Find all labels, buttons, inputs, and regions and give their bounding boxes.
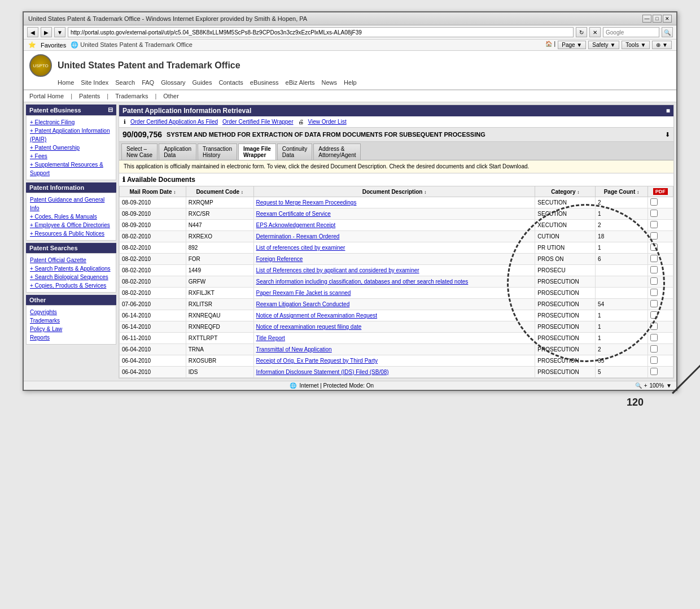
page-button[interactable]: Page ▼ [558,41,586,49]
sidebar-link-guidance[interactable]: Patent Guidance and General Info [30,195,112,212]
nav-home[interactable]: Home [58,79,74,86]
sidebar-link-fees[interactable]: + Fees [30,152,112,160]
pdf-checkbox[interactable] [650,289,658,296]
sidebar-link-copies[interactable]: + Copies, Products & Services [30,281,112,290]
tab-transaction-history[interactable]: TransactionHistory [198,143,237,160]
zoom-dropdown[interactable]: ▼ [666,382,672,389]
col-header-pages[interactable]: Page Count ↕ [596,186,648,197]
pdf-checkbox[interactable] [650,266,658,273]
address-input[interactable] [68,27,574,37]
pdf-checkbox[interactable] [650,356,658,364]
pdf-checkbox[interactable] [650,334,658,341]
sidebar-link-gazette[interactable]: Patent Official Gazette [30,256,112,264]
sidebar-link-pair[interactable]: + Patent Application Information (PAIR) [30,127,112,143]
minimize-button[interactable]: — [642,15,651,23]
cell-desc[interactable]: Notice of reexamination request filing d… [253,321,535,333]
pdf-checkbox[interactable] [650,368,658,375]
tab-address-attorney[interactable]: Address &Attorney/Agent [313,143,361,160]
cell-desc[interactable]: Copy of patent for which reexamination i… [253,378,535,379]
nav-ebiz-alerts[interactable]: eBiz Alerts [286,79,315,86]
cell-desc[interactable]: Paper Reexam File Jacket is scanned [253,288,535,299]
tools-button[interactable]: Tools ▼ [622,41,650,49]
cell-desc[interactable]: Title Report [253,333,535,344]
nav-guides[interactable]: Guides [193,79,212,86]
pdf-checkbox[interactable] [650,243,658,251]
cell-desc[interactable]: Determination - Reexam Ordered [253,231,535,242]
stop-button[interactable]: ✕ [589,27,601,37]
dropdown-button[interactable]: ▼ [54,27,65,37]
sidebar-link-trademarks[interactable]: Trademarks [30,316,112,325]
cell-desc[interactable]: Information Disclosure Statement (IDS) F… [253,367,535,378]
tab-select-new-case[interactable]: Select –New Case [121,143,158,160]
nav-news[interactable]: News [322,79,338,86]
sidebar-link-bio-seq[interactable]: + Search Biological Sequences [30,273,112,281]
tab-application-data[interactable]: ApplicationData [159,143,196,160]
view-order-list-link[interactable]: View Order List [308,119,347,125]
tab-image-file-wrapper[interactable]: Image FileWrapper [238,143,276,160]
cell-desc[interactable]: Reexam Litigation Search Conducted [253,299,535,310]
sidebar-link-resources[interactable]: + Resources & Public Notices [30,229,112,238]
pdf-checkbox[interactable] [650,221,658,228]
sidebar-link-efiling[interactable]: + Electronic Filing [30,118,112,127]
sidebar-toggle-icon[interactable]: ⊟ [108,106,113,114]
restore-button[interactable]: □ [653,15,662,23]
cell-desc[interactable]: List of references cited by examiner [253,242,535,254]
tab-continuity-data[interactable]: ContinuityData [277,143,312,160]
close-button[interactable]: ✕ [663,15,672,23]
cell-code: RXLITSR [186,299,253,310]
nav-faq[interactable]: FAQ [142,79,154,86]
search-input[interactable] [603,27,659,37]
cell-desc[interactable]: Reexam Certificate of Service [253,208,535,220]
cell-desc[interactable]: Receipt of Orig. Ex Parte Request by Thi… [253,355,535,367]
nav-glossary[interactable]: Glossary [161,79,185,86]
portal-home-link[interactable]: Portal Home [29,93,64,99]
sidebar-link-copyrights[interactable]: Copyrights [30,308,112,316]
nav-search[interactable]: Search [115,79,135,86]
cell-desc[interactable]: EPS Acknowledgement Receipt [253,220,535,231]
safety-button[interactable]: Safety ▼ [588,41,619,49]
sidebar-link-search-patents[interactable]: + Search Patents & Applications [30,264,112,273]
sidebar-link-policy[interactable]: Policy & Law [30,325,112,333]
favorites-item[interactable]: 🌐 United States Patent & Trademark Offic… [71,41,193,49]
order-certified-wrapper-link[interactable]: Order Certified File Wrapper [222,119,293,125]
col-header-code[interactable]: Document Code ↕ [186,186,253,197]
search-button[interactable]: 🔍 [662,27,673,37]
sidebar-link-codes[interactable]: + Codes, Rules & Manuals [30,212,112,221]
pdf-checkbox[interactable] [650,255,658,262]
forward-button[interactable]: ▶ [41,27,52,37]
cell-desc[interactable]: Request to Merge Reexam Proceedings [253,197,535,208]
nav-site-index[interactable]: Site Index [81,79,108,86]
cell-desc[interactable]: List of References cited by applicant an… [253,265,535,276]
cell-desc[interactable]: Search information including classificat… [253,276,535,288]
sidebar-link-reports[interactable]: Reports [30,333,112,342]
col-header-date[interactable]: Mail Room Date ↕ [120,186,186,197]
cell-desc[interactable]: Transmittal of New Application [253,344,535,355]
cell-desc[interactable]: Notice of Assignment of Reexamination Re… [253,310,535,321]
download-icon[interactable]: ⬇ [665,131,670,138]
nav-ebusiness[interactable]: eBusiness [250,79,279,86]
pdf-checkbox[interactable] [650,311,658,319]
col-header-category[interactable]: Category ↕ [535,186,596,197]
pdf-checkbox[interactable] [650,232,658,240]
pdf-checkbox[interactable] [650,300,658,307]
sidebar-link-ownership[interactable]: + Patent Ownership [30,143,112,152]
other-link[interactable]: Other [163,93,179,99]
refresh-button[interactable]: ↻ [576,27,587,37]
order-certified-filed-link[interactable]: Order Certified Application As Filed [130,119,218,125]
patents-link[interactable]: Patents [79,93,100,99]
pdf-checkbox[interactable] [650,277,658,285]
sidebar-link-directories[interactable]: + Employee & Office Directories [30,221,112,229]
pdf-checkbox[interactable] [650,323,658,330]
trademarks-link[interactable]: Trademarks [115,93,148,99]
help-button[interactable]: ⊕ ▼ [652,41,672,49]
pdf-checkbox[interactable] [650,198,658,206]
pdf-checkbox[interactable] [650,210,658,217]
pdf-checkbox[interactable] [650,345,658,353]
pdf-button[interactable]: PDF [653,188,668,195]
nav-contacts[interactable]: Contacts [218,79,243,86]
sidebar-link-supplemental[interactable]: + Supplemental Resources & Support [30,160,112,177]
col-header-desc[interactable]: Document Description ↕ [253,186,535,197]
cell-desc[interactable]: Foreign Reference [253,254,535,265]
nav-help[interactable]: Help [344,79,357,86]
back-button[interactable]: ◀ [27,27,38,37]
